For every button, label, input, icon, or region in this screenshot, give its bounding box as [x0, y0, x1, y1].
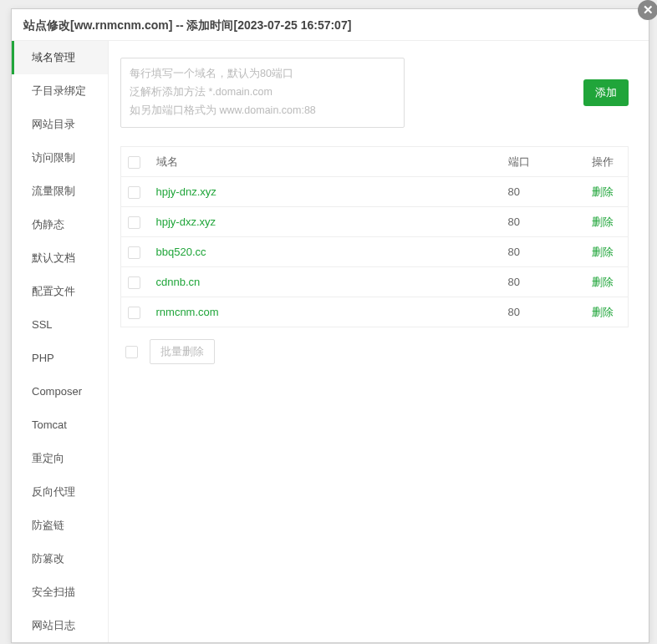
table-row: rnmcnm.com80删除	[121, 297, 629, 327]
table-row: cdnnb.cn80删除	[121, 267, 629, 297]
delete-link[interactable]: 删除	[592, 246, 614, 258]
row-checkbox[interactable]	[128, 216, 140, 229]
row-checkbox[interactable]	[128, 246, 140, 259]
sidebar-item-14[interactable]: 防盗链	[12, 509, 108, 542]
sidebar-item-2[interactable]: 网站目录	[12, 108, 108, 141]
sidebar-item-11[interactable]: Tomcat	[12, 408, 108, 442]
site-edit-dialog: ✕ 站点修改[ww.rnmcnm.com] -- 添加时间[2023-07-25…	[11, 8, 649, 643]
table-row: bbq520.cc80删除	[121, 237, 629, 267]
delete-link[interactable]: 删除	[592, 276, 614, 288]
sidebar-item-1[interactable]: 子目录绑定	[12, 74, 108, 108]
sidebar-item-15[interactable]: 防篡改	[12, 542, 108, 576]
sidebar-item-17[interactable]: 网站日志	[12, 609, 108, 642]
sidebar-item-6[interactable]: 默认文档	[12, 241, 108, 275]
domain-link[interactable]: bbq520.cc	[156, 246, 206, 258]
dialog-title: 站点修改[ww.rnmcnm.com] -- 添加时间[2023-07-25 1…	[12, 9, 649, 41]
port-cell: 80	[502, 207, 585, 237]
table-row: hpjy-dnz.xyz80删除	[121, 177, 629, 207]
delete-link[interactable]: 删除	[592, 216, 614, 228]
footer-select-all-checkbox[interactable]	[125, 346, 138, 358]
port-cell: 80	[502, 267, 585, 297]
domain-link[interactable]: cdnnb.cn	[156, 276, 201, 288]
delete-link[interactable]: 删除	[592, 306, 614, 318]
col-header-port: 端口	[502, 147, 585, 177]
sidebar-item-4[interactable]: 流量限制	[12, 175, 108, 208]
col-header-domain: 域名	[150, 147, 502, 177]
delete-link[interactable]: 删除	[592, 185, 614, 198]
sidebar-item-16[interactable]: 安全扫描	[12, 576, 108, 609]
sidebar-item-9[interactable]: PHP	[12, 342, 108, 375]
row-checkbox[interactable]	[128, 307, 140, 319]
sidebar-item-8[interactable]: SSL	[12, 308, 108, 342]
sidebar-item-10[interactable]: Composer	[12, 375, 108, 408]
row-checkbox[interactable]	[128, 186, 140, 199]
content-pane: 添加 域名 端口 操作 hpjy-dnz.xyz80删除hpjy-dxz.xyz…	[109, 41, 649, 642]
sidebar-item-12[interactable]: 重定向	[12, 442, 108, 475]
domain-link[interactable]: hpjy-dxz.xyz	[156, 216, 216, 228]
batch-delete-button[interactable]: 批量删除	[150, 339, 215, 364]
sidebar-item-5[interactable]: 伪静态	[12, 208, 108, 241]
domain-table: 域名 端口 操作 hpjy-dnz.xyz80删除hpjy-dxz.xyz80删…	[120, 146, 629, 327]
port-cell: 80	[502, 177, 585, 207]
sidebar-item-13[interactable]: 反向代理	[12, 475, 108, 509]
domain-input[interactable]	[120, 58, 405, 128]
table-row: hpjy-dxz.xyz80删除	[121, 207, 629, 237]
sidebar-item-7[interactable]: 配置文件	[12, 275, 108, 308]
port-cell: 80	[502, 297, 585, 327]
domain-link[interactable]: hpjy-dnz.xyz	[156, 185, 216, 198]
sidebar: 域名管理子目录绑定网站目录访问限制流量限制伪静态默认文档配置文件SSLPHPCo…	[12, 41, 109, 642]
select-all-checkbox[interactable]	[128, 156, 140, 169]
col-header-action: 操作	[585, 147, 629, 177]
add-button[interactable]: 添加	[583, 79, 629, 106]
close-icon[interactable]: ✕	[638, 0, 657, 20]
sidebar-item-0[interactable]: 域名管理	[12, 41, 108, 74]
domain-link[interactable]: rnmcnm.com	[156, 306, 219, 318]
sidebar-item-3[interactable]: 访问限制	[12, 141, 108, 175]
port-cell: 80	[502, 237, 585, 267]
row-checkbox[interactable]	[128, 276, 140, 289]
